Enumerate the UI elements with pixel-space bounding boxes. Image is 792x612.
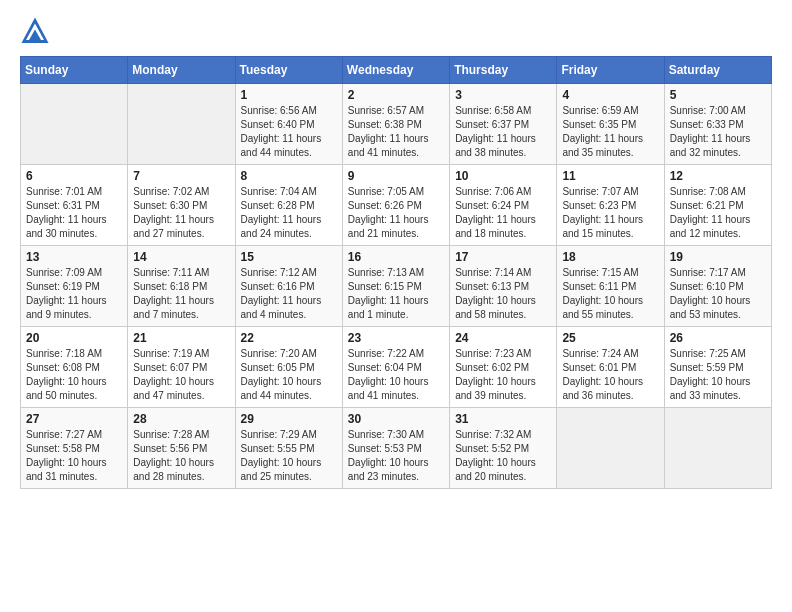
day-number: 16 bbox=[348, 250, 444, 264]
day-number: 4 bbox=[562, 88, 658, 102]
calendar-cell: 13Sunrise: 7:09 AMSunset: 6:19 PMDayligh… bbox=[21, 246, 128, 327]
day-info: Sunrise: 7:05 AMSunset: 6:26 PMDaylight:… bbox=[348, 185, 444, 241]
day-info: Sunrise: 7:04 AMSunset: 6:28 PMDaylight:… bbox=[241, 185, 337, 241]
calendar-cell bbox=[128, 84, 235, 165]
calendar-cell: 27Sunrise: 7:27 AMSunset: 5:58 PMDayligh… bbox=[21, 408, 128, 489]
weekday-header-row: SundayMondayTuesdayWednesdayThursdayFrid… bbox=[21, 57, 772, 84]
calendar-cell: 28Sunrise: 7:28 AMSunset: 5:56 PMDayligh… bbox=[128, 408, 235, 489]
day-number: 26 bbox=[670, 331, 766, 345]
weekday-header-wednesday: Wednesday bbox=[342, 57, 449, 84]
day-info: Sunrise: 7:29 AMSunset: 5:55 PMDaylight:… bbox=[241, 428, 337, 484]
calendar-cell: 20Sunrise: 7:18 AMSunset: 6:08 PMDayligh… bbox=[21, 327, 128, 408]
calendar-cell bbox=[21, 84, 128, 165]
weekday-header-tuesday: Tuesday bbox=[235, 57, 342, 84]
calendar-cell: 8Sunrise: 7:04 AMSunset: 6:28 PMDaylight… bbox=[235, 165, 342, 246]
calendar-table: SundayMondayTuesdayWednesdayThursdayFrid… bbox=[20, 56, 772, 489]
day-number: 17 bbox=[455, 250, 551, 264]
day-info: Sunrise: 6:58 AMSunset: 6:37 PMDaylight:… bbox=[455, 104, 551, 160]
calendar-body: 1Sunrise: 6:56 AMSunset: 6:40 PMDaylight… bbox=[21, 84, 772, 489]
day-info: Sunrise: 7:30 AMSunset: 5:53 PMDaylight:… bbox=[348, 428, 444, 484]
day-number: 30 bbox=[348, 412, 444, 426]
day-info: Sunrise: 7:11 AMSunset: 6:18 PMDaylight:… bbox=[133, 266, 229, 322]
calendar-cell: 16Sunrise: 7:13 AMSunset: 6:15 PMDayligh… bbox=[342, 246, 449, 327]
day-info: Sunrise: 7:02 AMSunset: 6:30 PMDaylight:… bbox=[133, 185, 229, 241]
day-number: 1 bbox=[241, 88, 337, 102]
day-info: Sunrise: 6:57 AMSunset: 6:38 PMDaylight:… bbox=[348, 104, 444, 160]
calendar-cell: 4Sunrise: 6:59 AMSunset: 6:35 PMDaylight… bbox=[557, 84, 664, 165]
calendar-cell: 11Sunrise: 7:07 AMSunset: 6:23 PMDayligh… bbox=[557, 165, 664, 246]
day-number: 13 bbox=[26, 250, 122, 264]
day-info: Sunrise: 7:32 AMSunset: 5:52 PMDaylight:… bbox=[455, 428, 551, 484]
calendar-cell: 22Sunrise: 7:20 AMSunset: 6:05 PMDayligh… bbox=[235, 327, 342, 408]
weekday-header-sunday: Sunday bbox=[21, 57, 128, 84]
day-info: Sunrise: 7:20 AMSunset: 6:05 PMDaylight:… bbox=[241, 347, 337, 403]
calendar-cell: 29Sunrise: 7:29 AMSunset: 5:55 PMDayligh… bbox=[235, 408, 342, 489]
logo-icon bbox=[20, 16, 50, 46]
calendar-cell: 30Sunrise: 7:30 AMSunset: 5:53 PMDayligh… bbox=[342, 408, 449, 489]
day-info: Sunrise: 7:22 AMSunset: 6:04 PMDaylight:… bbox=[348, 347, 444, 403]
day-number: 23 bbox=[348, 331, 444, 345]
calendar-cell: 23Sunrise: 7:22 AMSunset: 6:04 PMDayligh… bbox=[342, 327, 449, 408]
day-info: Sunrise: 7:18 AMSunset: 6:08 PMDaylight:… bbox=[26, 347, 122, 403]
calendar-cell: 9Sunrise: 7:05 AMSunset: 6:26 PMDaylight… bbox=[342, 165, 449, 246]
page-header bbox=[20, 16, 772, 46]
day-info: Sunrise: 7:24 AMSunset: 6:01 PMDaylight:… bbox=[562, 347, 658, 403]
logo bbox=[20, 16, 54, 46]
weekday-header-saturday: Saturday bbox=[664, 57, 771, 84]
day-number: 20 bbox=[26, 331, 122, 345]
calendar-cell: 2Sunrise: 6:57 AMSunset: 6:38 PMDaylight… bbox=[342, 84, 449, 165]
weekday-header-friday: Friday bbox=[557, 57, 664, 84]
calendar-cell: 17Sunrise: 7:14 AMSunset: 6:13 PMDayligh… bbox=[450, 246, 557, 327]
calendar-cell: 10Sunrise: 7:06 AMSunset: 6:24 PMDayligh… bbox=[450, 165, 557, 246]
day-number: 22 bbox=[241, 331, 337, 345]
day-number: 31 bbox=[455, 412, 551, 426]
day-number: 21 bbox=[133, 331, 229, 345]
day-info: Sunrise: 7:12 AMSunset: 6:16 PMDaylight:… bbox=[241, 266, 337, 322]
day-info: Sunrise: 7:17 AMSunset: 6:10 PMDaylight:… bbox=[670, 266, 766, 322]
calendar-cell: 18Sunrise: 7:15 AMSunset: 6:11 PMDayligh… bbox=[557, 246, 664, 327]
day-number: 27 bbox=[26, 412, 122, 426]
weekday-header-thursday: Thursday bbox=[450, 57, 557, 84]
calendar-cell: 24Sunrise: 7:23 AMSunset: 6:02 PMDayligh… bbox=[450, 327, 557, 408]
calendar-cell: 26Sunrise: 7:25 AMSunset: 5:59 PMDayligh… bbox=[664, 327, 771, 408]
day-info: Sunrise: 7:23 AMSunset: 6:02 PMDaylight:… bbox=[455, 347, 551, 403]
calendar-week-4: 20Sunrise: 7:18 AMSunset: 6:08 PMDayligh… bbox=[21, 327, 772, 408]
day-info: Sunrise: 7:01 AMSunset: 6:31 PMDaylight:… bbox=[26, 185, 122, 241]
day-info: Sunrise: 7:19 AMSunset: 6:07 PMDaylight:… bbox=[133, 347, 229, 403]
day-number: 7 bbox=[133, 169, 229, 183]
day-info: Sunrise: 7:00 AMSunset: 6:33 PMDaylight:… bbox=[670, 104, 766, 160]
day-number: 6 bbox=[26, 169, 122, 183]
day-number: 19 bbox=[670, 250, 766, 264]
day-number: 10 bbox=[455, 169, 551, 183]
day-number: 28 bbox=[133, 412, 229, 426]
day-number: 11 bbox=[562, 169, 658, 183]
day-number: 12 bbox=[670, 169, 766, 183]
calendar-cell: 19Sunrise: 7:17 AMSunset: 6:10 PMDayligh… bbox=[664, 246, 771, 327]
calendar-cell: 15Sunrise: 7:12 AMSunset: 6:16 PMDayligh… bbox=[235, 246, 342, 327]
day-info: Sunrise: 7:13 AMSunset: 6:15 PMDaylight:… bbox=[348, 266, 444, 322]
day-number: 2 bbox=[348, 88, 444, 102]
day-info: Sunrise: 7:15 AMSunset: 6:11 PMDaylight:… bbox=[562, 266, 658, 322]
day-number: 14 bbox=[133, 250, 229, 264]
day-info: Sunrise: 7:09 AMSunset: 6:19 PMDaylight:… bbox=[26, 266, 122, 322]
calendar-cell: 31Sunrise: 7:32 AMSunset: 5:52 PMDayligh… bbox=[450, 408, 557, 489]
day-info: Sunrise: 7:14 AMSunset: 6:13 PMDaylight:… bbox=[455, 266, 551, 322]
day-number: 3 bbox=[455, 88, 551, 102]
calendar-cell: 3Sunrise: 6:58 AMSunset: 6:37 PMDaylight… bbox=[450, 84, 557, 165]
calendar-cell: 12Sunrise: 7:08 AMSunset: 6:21 PMDayligh… bbox=[664, 165, 771, 246]
calendar-cell bbox=[664, 408, 771, 489]
calendar-cell: 25Sunrise: 7:24 AMSunset: 6:01 PMDayligh… bbox=[557, 327, 664, 408]
calendar-week-2: 6Sunrise: 7:01 AMSunset: 6:31 PMDaylight… bbox=[21, 165, 772, 246]
calendar-cell: 21Sunrise: 7:19 AMSunset: 6:07 PMDayligh… bbox=[128, 327, 235, 408]
calendar-week-1: 1Sunrise: 6:56 AMSunset: 6:40 PMDaylight… bbox=[21, 84, 772, 165]
day-number: 8 bbox=[241, 169, 337, 183]
calendar-cell: 6Sunrise: 7:01 AMSunset: 6:31 PMDaylight… bbox=[21, 165, 128, 246]
day-info: Sunrise: 6:56 AMSunset: 6:40 PMDaylight:… bbox=[241, 104, 337, 160]
day-number: 24 bbox=[455, 331, 551, 345]
day-info: Sunrise: 7:27 AMSunset: 5:58 PMDaylight:… bbox=[26, 428, 122, 484]
day-info: Sunrise: 7:28 AMSunset: 5:56 PMDaylight:… bbox=[133, 428, 229, 484]
day-info: Sunrise: 7:07 AMSunset: 6:23 PMDaylight:… bbox=[562, 185, 658, 241]
calendar-week-5: 27Sunrise: 7:27 AMSunset: 5:58 PMDayligh… bbox=[21, 408, 772, 489]
day-number: 18 bbox=[562, 250, 658, 264]
calendar-week-3: 13Sunrise: 7:09 AMSunset: 6:19 PMDayligh… bbox=[21, 246, 772, 327]
